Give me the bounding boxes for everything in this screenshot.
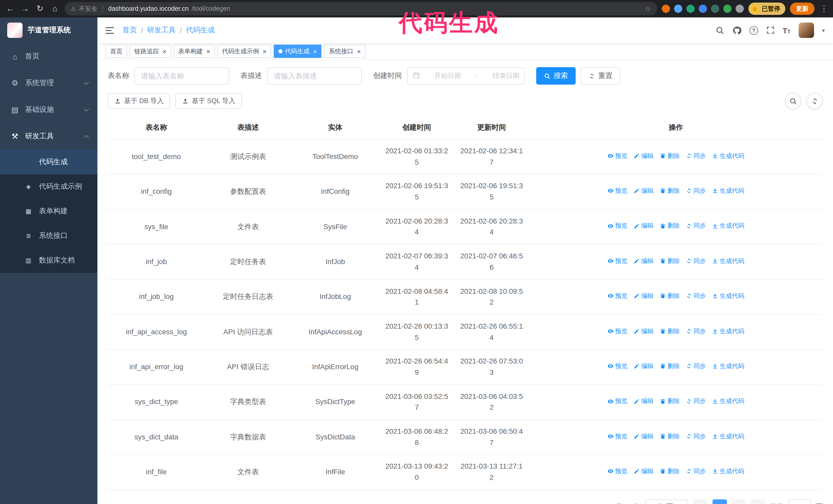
import-db-button[interactable]: 基于 DB 导入 — [108, 93, 170, 109]
extension-orange-icon[interactable] — [662, 5, 670, 13]
sync-link[interactable]: 同步 — [686, 256, 706, 266]
delete-link[interactable]: 删除 — [660, 186, 680, 196]
github-icon[interactable] — [732, 26, 741, 34]
search-button[interactable]: 搜索 — [536, 67, 576, 85]
delete-link[interactable]: 删除 — [660, 466, 680, 476]
sync-link[interactable]: 同步 — [686, 151, 706, 161]
generate-code-link[interactable]: 生成代码 — [712, 256, 744, 266]
chrome-update-button[interactable]: 更新 — [790, 3, 814, 15]
preview-link[interactable]: 预览 — [608, 221, 627, 231]
preview-link[interactable]: 预览 — [608, 431, 627, 441]
delete-link[interactable]: 删除 — [660, 326, 680, 336]
sidebar-subitem-api[interactable]: ≣系统接口 — [0, 223, 97, 248]
sidebar-subitem-codegen[interactable]: 代码生成 — [0, 150, 97, 174]
delete-link[interactable]: 删除 — [660, 361, 680, 371]
sync-link[interactable]: 同步 — [686, 466, 706, 476]
sync-link[interactable]: 同步 — [686, 186, 706, 196]
sync-link[interactable]: 同步 — [686, 326, 706, 336]
preview-link[interactable]: 预览 — [608, 361, 627, 371]
profile-paused-badge[interactable]: ☺ 已暂停 — [748, 3, 785, 15]
preview-link[interactable]: 预览 — [608, 326, 627, 336]
reload-icon[interactable]: ↻ — [35, 5, 45, 13]
preview-link[interactable]: 预览 — [608, 466, 627, 476]
close-tab-icon[interactable]: × — [313, 48, 317, 55]
edit-link[interactable]: 编辑 — [634, 466, 653, 476]
preview-link[interactable]: 预览 — [608, 256, 627, 266]
sidebar-item-devtools[interactable]: ⚒研发工具 — [0, 123, 97, 150]
delete-link[interactable]: 删除 — [660, 291, 680, 301]
preview-link[interactable]: 预览 — [608, 151, 627, 161]
import-sql-button[interactable]: 基于 SQL 导入 — [175, 93, 242, 109]
generate-code-link[interactable]: 生成代码 — [712, 221, 744, 231]
edit-link[interactable]: 编辑 — [634, 151, 653, 161]
generate-code-link[interactable]: 生成代码 — [712, 431, 744, 441]
browser-menu-icon[interactable]: ⋮ — [820, 4, 828, 13]
sidebar-item-home[interactable]: ⌂首页 — [0, 43, 97, 70]
delete-link[interactable]: 删除 — [660, 397, 680, 406]
close-tab-icon[interactable]: × — [206, 48, 210, 55]
sync-link[interactable]: 同步 — [686, 221, 706, 231]
generate-code-link[interactable]: 生成代码 — [712, 291, 744, 301]
user-avatar[interactable] — [799, 23, 814, 38]
table-name-input[interactable] — [134, 67, 229, 85]
tab-codegen[interactable]: 代码生成× — [274, 45, 322, 58]
generate-code-link[interactable]: 生成代码 — [712, 361, 744, 371]
generate-code-link[interactable]: 生成代码 — [712, 186, 744, 196]
extension-green-check-icon[interactable] — [686, 5, 695, 13]
sync-link[interactable]: 同步 — [686, 431, 706, 441]
generate-code-link[interactable]: 生成代码 — [712, 466, 744, 476]
close-tab-icon[interactable]: × — [262, 48, 266, 55]
sidebar-subitem-form-builder[interactable]: ▦表单构建 — [0, 199, 97, 223]
home-icon[interactable]: ⌂ — [50, 5, 60, 13]
edit-link[interactable]: 编辑 — [634, 221, 653, 231]
sync-link[interactable]: 同步 — [686, 397, 706, 406]
back-icon[interactable]: ← — [5, 5, 15, 13]
extension-puzzle-icon[interactable] — [736, 5, 744, 13]
close-tab-icon[interactable]: × — [357, 48, 361, 55]
sidebar-item-system[interactable]: ⚙系统管理 — [0, 70, 97, 96]
edit-link[interactable]: 编辑 — [634, 397, 653, 406]
delete-link[interactable]: 删除 — [660, 221, 680, 231]
generate-code-link[interactable]: 生成代码 — [712, 397, 744, 406]
date-range-picker[interactable]: 开始日期 - 结束日期 — [407, 67, 525, 85]
hamburger-icon[interactable] — [105, 26, 115, 34]
goto-page-input[interactable] — [788, 499, 811, 504]
edit-link[interactable]: 编辑 — [634, 361, 653, 371]
edit-link[interactable]: 编辑 — [634, 256, 653, 266]
address-bar[interactable]: ⚠ 不安全 dashboard.yudao.iocoder.cn /tool/c… — [65, 2, 657, 16]
sync-link[interactable]: 同步 — [686, 291, 706, 301]
page-button-1[interactable]: 1 — [713, 499, 727, 504]
tab-api[interactable]: 系统接口× — [324, 45, 365, 58]
edit-link[interactable]: 编辑 — [634, 291, 653, 301]
breadcrumb-item[interactable]: 首页 — [122, 26, 137, 35]
sidebar-subitem-codegen-demo[interactable]: ◈代码生成示例 — [0, 174, 97, 199]
reset-button[interactable]: 重置 — [581, 67, 620, 85]
bookmark-star-icon[interactable]: ☆ — [645, 5, 651, 13]
refresh-button[interactable] — [806, 93, 823, 109]
edit-link[interactable]: 编辑 — [634, 326, 653, 336]
edit-link[interactable]: 编辑 — [634, 431, 653, 441]
toggle-search-button[interactable] — [785, 93, 801, 109]
app-logo[interactable]: 芋道管理系统 — [0, 18, 97, 43]
delete-link[interactable]: 删除 — [660, 431, 680, 441]
tab-home[interactable]: 首页 — [105, 45, 127, 58]
sidebar-subitem-db-doc[interactable]: ▥数据库文档 — [0, 248, 97, 273]
forward-icon[interactable]: → — [20, 5, 30, 13]
preview-link[interactable]: 预览 — [608, 186, 627, 196]
preview-link[interactable]: 预览 — [608, 291, 627, 301]
extension-leaf-icon[interactable] — [723, 5, 732, 13]
tab-tracing[interactable]: 链路追踪× — [130, 45, 171, 58]
extension-people-icon[interactable] — [699, 5, 707, 13]
generate-code-link[interactable]: 生成代码 — [712, 151, 744, 161]
edit-link[interactable]: 编辑 — [634, 186, 653, 196]
delete-link[interactable]: 删除 — [660, 151, 680, 161]
preview-link[interactable]: 预览 — [608, 397, 627, 406]
extension-teal-icon[interactable] — [711, 5, 719, 13]
search-icon[interactable] — [715, 26, 724, 34]
next-page-button[interactable]: › — [751, 499, 765, 504]
chevron-down-icon[interactable]: ▾ — [822, 27, 825, 33]
tab-codegen-demo[interactable]: 代码生成示例× — [217, 45, 271, 58]
breadcrumb-item[interactable]: 代码生成 — [186, 26, 215, 35]
prev-page-button[interactable]: ‹ — [693, 499, 708, 504]
tab-form-builder[interactable]: 表单构建× — [173, 45, 215, 58]
